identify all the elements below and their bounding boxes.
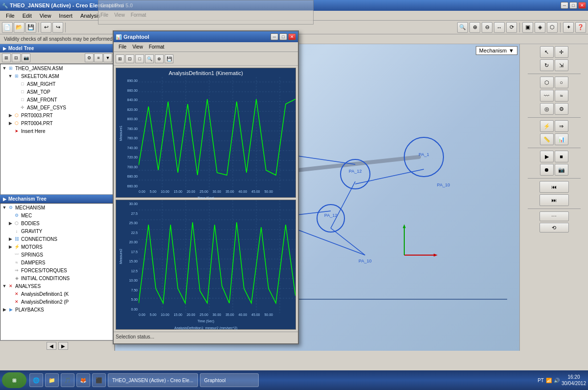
gt-tb6[interactable]: 💾	[165, 54, 173, 63]
mt-expand[interactable]: ▼	[103, 53, 112, 62]
expander-mechanism[interactable]: ▼	[1, 205, 7, 210]
tree-item-analysis2[interactable]: ✕ AnalysisDefinition2 (P	[0, 298, 114, 306]
gt-tb1[interactable]: ⊞	[116, 54, 124, 63]
menu-view[interactable]: View	[36, 12, 55, 20]
tb-r3[interactable]: ⊖	[482, 22, 492, 33]
close-button[interactable]: ✕	[578, 2, 586, 9]
expander-analyses[interactable]: ▼	[1, 284, 7, 288]
taskbar-browser[interactable]: 🦊	[76, 373, 90, 387]
tree-item-springs[interactable]: 〰 SPRINGS	[0, 251, 114, 259]
graphtool-maximize[interactable]: □	[279, 33, 287, 40]
expander-skeleton[interactable]: ▼	[7, 74, 13, 78]
tb-r5[interactable]: ⟳	[506, 22, 517, 33]
minimize-button[interactable]: ─	[561, 2, 568, 9]
tree-item-mechanism[interactable]: ▼ ⚙ MECHANISM	[0, 204, 114, 211]
rt-extra2[interactable]: ⟲	[539, 223, 569, 233]
rt-joint[interactable]: ○	[555, 77, 568, 88]
rt-move[interactable]: ✛	[555, 46, 568, 58]
expander-playbacks[interactable]: ▶	[1, 307, 7, 312]
tree-item-insert[interactable]: ➤ Insert Here	[0, 127, 114, 135]
rt-analysis[interactable]: 📊	[555, 133, 568, 145]
tb-r9[interactable]: ✦	[563, 22, 574, 33]
taskbar-app-creo[interactable]: THEO_JANSEN (Active) - Creo Ele...	[108, 373, 198, 387]
tree-item-dampers[interactable]: ≈ DAMPERS	[0, 259, 114, 266]
tb-new[interactable]: 📄	[2, 22, 13, 33]
tree-item-gravity[interactable]: ↓ GRAVITY	[0, 227, 114, 235]
bg-menu-file[interactable]: File	[100, 12, 108, 18]
expander-bodies[interactable]: ▶	[7, 221, 13, 226]
tb-r1[interactable]: 🔍	[457, 22, 468, 33]
gt-tb3[interactable]: □	[135, 54, 144, 63]
tb-undo[interactable]: ↩	[41, 22, 51, 33]
menu-edit[interactable]: Edit	[19, 12, 36, 20]
rt-gear[interactable]: ⚙	[555, 103, 568, 115]
rt-cam[interactable]: ◎	[540, 103, 554, 115]
tree-item-motors[interactable]: ▶ ⚡ MOTORS	[0, 243, 114, 251]
rt-rewind[interactable]: ⏮	[539, 181, 569, 193]
tree-item-connections[interactable]: ▶ ⛓ CONNECTIONS	[0, 235, 114, 243]
expander-prt3[interactable]: ▶	[7, 113, 13, 118]
taskbar-explorer[interactable]: 📁	[45, 373, 59, 387]
mt-list[interactable]: ≡	[94, 53, 103, 62]
rt-record[interactable]: ⏺	[540, 164, 554, 176]
gt-tb2[interactable]: ⊡	[125, 54, 134, 63]
tree-item-asm-front[interactable]: □ ASM_FRONT	[0, 96, 114, 104]
mechanism-dropdown[interactable]: Mechanism ▼	[476, 46, 517, 55]
gt-menu-format[interactable]: Format	[146, 44, 168, 50]
tb-r4[interactable]: ↔	[494, 22, 505, 33]
tree-item-theo-jansen[interactable]: ▼ ⊞ THEO_JANSEN.ASM	[0, 64, 114, 72]
rt-motor[interactable]: ⚡	[540, 120, 554, 132]
rt-force[interactable]: ⇒	[555, 120, 568, 132]
taskbar-media[interactable]: 🎵	[61, 373, 74, 387]
tree-item-skeleton[interactable]: ▼ ⊞ SKELETON.ASM	[0, 72, 114, 80]
rt-select[interactable]: ↖	[540, 46, 554, 58]
graphtool-close[interactable]: ✕	[288, 33, 296, 40]
tree-item-asm-csys[interactable]: ✛ ASM_DEF_CSYS	[0, 104, 114, 111]
scroll-right-btn[interactable]: ▶	[58, 342, 68, 350]
tb-r8[interactable]: ⬡	[547, 22, 558, 33]
rt-play[interactable]: ▶	[540, 151, 554, 162]
rt-snapshot[interactable]: 📷	[555, 164, 568, 176]
start-button[interactable]: ⊞	[2, 372, 26, 388]
bg-menu-view[interactable]: View	[114, 12, 125, 18]
expander-connections[interactable]: ▶	[7, 236, 13, 241]
rt-spring[interactable]: 〰	[540, 90, 554, 102]
tree-item-analysis1[interactable]: ✕ AnalysisDefinition1 (K	[0, 290, 114, 298]
taskbar-app-graphtool[interactable]: Graphtool	[200, 373, 259, 387]
rt-scale[interactable]: ⇲	[555, 59, 568, 71]
tree-item-playbacks[interactable]: ▶ ▶ PLAYBACKS	[0, 306, 114, 313]
tree-item-initial-cond[interactable]: ◈ INITIAL CONDITIONS	[0, 274, 114, 282]
maximize-button[interactable]: □	[569, 2, 577, 9]
tb-save[interactable]: 💾	[25, 22, 36, 33]
mt-btn1[interactable]: ⊞	[2, 53, 11, 62]
gt-menu-view[interactable]: View	[129, 44, 146, 50]
tb-open[interactable]: 📂	[14, 22, 24, 33]
tb-r6[interactable]: ▣	[522, 22, 533, 33]
tree-item-asm-top[interactable]: □ ASM_TOP	[0, 88, 114, 96]
mt-btn2[interactable]: ⊟	[12, 53, 21, 62]
tree-item-prt4[interactable]: ▶ ⬡ PRT0004.PRT	[0, 119, 114, 127]
tb-r7[interactable]: ◈	[535, 22, 545, 33]
rt-extra1[interactable]: ⋯	[539, 211, 569, 221]
mt-btn3[interactable]: 📷	[22, 53, 30, 62]
mt-setting[interactable]: ⚙	[85, 53, 94, 62]
tree-item-forces[interactable]: ⇒ FORCES/TORQUES	[0, 266, 114, 274]
tree-item-mec[interactable]: ⚙ MEC	[0, 211, 114, 219]
rt-forward[interactable]: ⏭	[539, 194, 569, 206]
taskbar-terminal[interactable]: ⬛	[92, 373, 106, 387]
menu-file[interactable]: File	[2, 12, 19, 20]
rt-damper[interactable]: ≈	[555, 90, 568, 102]
menu-insert[interactable]: Insert	[55, 12, 76, 20]
gt-menu-file[interactable]: File	[116, 44, 129, 50]
expander-theo-jansen[interactable]: ▼	[1, 66, 7, 71]
rt-rotate[interactable]: ↻	[540, 59, 554, 71]
rt-measure[interactable]: 📏	[540, 133, 554, 145]
tb-redo[interactable]: ↪	[52, 22, 63, 33]
rt-body[interactable]: ⬡	[540, 77, 554, 88]
expander-motors[interactable]: ▶	[7, 244, 13, 249]
tree-item-prt3[interactable]: ▶ ⬡ PRT0003.PRT	[0, 111, 114, 119]
taskbar-ie[interactable]: 🌐	[29, 373, 43, 387]
rt-stop[interactable]: ■	[555, 151, 568, 162]
expander-prt4[interactable]: ▶	[7, 121, 13, 126]
bg-menu-format[interactable]: Format	[131, 12, 147, 18]
